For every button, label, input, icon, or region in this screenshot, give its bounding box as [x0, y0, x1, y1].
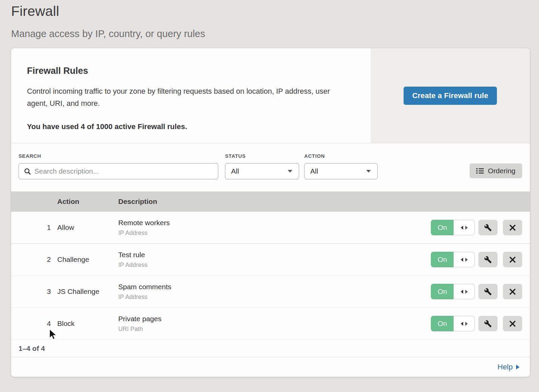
edit-rule-button[interactable]	[478, 220, 498, 235]
help-link-label: Help	[498, 363, 513, 371]
rule-match-type: IP Address	[118, 262, 148, 269]
toggle-on-label: On	[431, 284, 453, 299]
delete-rule-button[interactable]	[503, 284, 522, 299]
toggle-handle[interactable]	[453, 284, 475, 299]
arrow-right-icon	[516, 364, 520, 370]
overview-heading: Firewall Rules	[27, 66, 350, 76]
column-header-action: Action	[57, 198, 79, 206]
rule-description-title: Test rule	[118, 251, 148, 259]
rule-enabled-toggle[interactable]: On	[431, 252, 475, 267]
table-row: 4 Block Private pages URI Path On	[11, 308, 530, 340]
toggle-on-label: On	[431, 220, 453, 235]
close-icon	[509, 257, 516, 263]
action-filter: ACTION All	[304, 153, 378, 179]
wrench-icon	[484, 320, 492, 328]
pagination-range: 1–4 of 4	[19, 344, 45, 353]
page-subtitle: Manage access by IP, country, or query r…	[11, 28, 539, 39]
search-icon	[24, 168, 31, 175]
edit-rule-button[interactable]	[478, 284, 498, 299]
toggle-on-label: On	[431, 316, 453, 331]
close-icon	[509, 224, 516, 231]
toggle-handle[interactable]	[453, 252, 475, 267]
rule-enabled-toggle[interactable]: On	[431, 220, 475, 235]
firewall-rules-card: Firewall Rules Control incoming traffic …	[11, 48, 530, 377]
wrench-icon	[484, 256, 492, 264]
rule-action: JS Challenge	[57, 288, 99, 296]
page-title: Firewall	[11, 3, 539, 19]
rule-action: Challenge	[57, 255, 89, 264]
wrench-icon	[484, 288, 492, 296]
rule-controls: On	[431, 252, 522, 267]
table-row: 2 Challenge Test rule IP Address On	[11, 244, 530, 276]
toggle-handle[interactable]	[453, 316, 475, 331]
toggle-arrows-icon	[461, 258, 468, 262]
action-select-value: All	[310, 167, 318, 175]
rule-priority: 3	[32, 288, 51, 296]
status-select-value: All	[231, 167, 239, 175]
rule-enabled-toggle[interactable]: On	[431, 284, 475, 299]
close-icon	[509, 289, 516, 295]
rule-description-title: Spam comments	[118, 283, 171, 291]
firewall-page: { "page": { "title": "Firewall", "subtit…	[0, 0, 539, 392]
rule-description: Remote workers IP Address	[118, 219, 170, 237]
ordering-button-label: Ordering	[488, 167, 515, 175]
search-box	[19, 163, 218, 179]
card-footer: Help	[11, 357, 530, 376]
rule-enabled-toggle[interactable]: On	[431, 316, 475, 331]
ordering-list-icon	[476, 168, 484, 174]
create-firewall-rule-button[interactable]: Create a Firewall rule	[404, 87, 497, 105]
rule-description: Private pages URI Path	[118, 315, 161, 333]
rule-action: Block	[57, 320, 74, 328]
action-label: ACTION	[304, 153, 378, 159]
rule-description-title: Private pages	[118, 315, 161, 323]
page-header: Firewall Manage access by IP, country, o…	[0, 0, 539, 39]
delete-rule-button[interactable]	[503, 252, 522, 267]
table-header: Action Description	[11, 191, 530, 212]
action-select[interactable]: All	[304, 163, 378, 179]
filters-bar: SEARCH STATUS All ACTION All Ordering	[11, 143, 530, 191]
overview-description: Control incoming traffic to your zone by…	[27, 85, 347, 110]
edit-rule-button[interactable]	[478, 252, 498, 267]
chevron-down-icon	[287, 170, 293, 173]
overview-text: Firewall Rules Control incoming traffic …	[11, 48, 371, 143]
rule-match-type: IP Address	[118, 294, 171, 301]
toggle-on-label: On	[431, 252, 453, 267]
rule-description: Test rule IP Address	[118, 251, 148, 269]
overview-section: Firewall Rules Control incoming traffic …	[11, 48, 530, 143]
toggle-arrows-icon	[461, 290, 468, 294]
overview-aside: Create a Firewall rule	[371, 48, 530, 143]
table-row: 3 JS Challenge Spam comments IP Address …	[11, 276, 530, 308]
rule-priority: 1	[32, 223, 51, 232]
rule-priority: 2	[32, 255, 51, 264]
status-select[interactable]: All	[225, 163, 299, 179]
rule-action: Allow	[57, 223, 74, 232]
rule-priority: 4	[32, 320, 51, 328]
rule-controls: On	[431, 316, 522, 331]
toggle-arrows-icon	[461, 225, 468, 230]
rule-match-type: IP Address	[118, 230, 170, 237]
delete-rule-button[interactable]	[503, 316, 522, 331]
search-input[interactable]	[19, 163, 218, 179]
search-filter: SEARCH	[19, 153, 218, 179]
chevron-down-icon	[366, 170, 371, 173]
pagination-bar: 1–4 of 4	[11, 340, 530, 357]
toggle-handle[interactable]	[453, 220, 475, 235]
rule-description: Spam comments IP Address	[118, 283, 171, 301]
rule-controls: On	[431, 284, 522, 299]
rule-controls: On	[431, 220, 522, 235]
wrench-icon	[484, 224, 492, 232]
rule-match-type: URI Path	[118, 326, 161, 333]
status-label: STATUS	[225, 153, 299, 159]
delete-rule-button[interactable]	[503, 220, 522, 235]
close-icon	[509, 321, 516, 327]
toggle-arrows-icon	[461, 322, 468, 326]
edit-rule-button[interactable]	[478, 316, 498, 331]
search-label: SEARCH	[19, 153, 218, 159]
status-filter: STATUS All	[225, 153, 299, 179]
help-link[interactable]: Help	[498, 363, 520, 371]
rule-description-title: Remote workers	[118, 219, 170, 227]
ordering-button[interactable]: Ordering	[470, 163, 522, 178]
column-header-description: Description	[118, 198, 157, 206]
table-row: 1 Allow Remote workers IP Address On	[11, 212, 530, 244]
rules-usage-text: You have used 4 of 1000 active Firewall …	[27, 122, 350, 131]
